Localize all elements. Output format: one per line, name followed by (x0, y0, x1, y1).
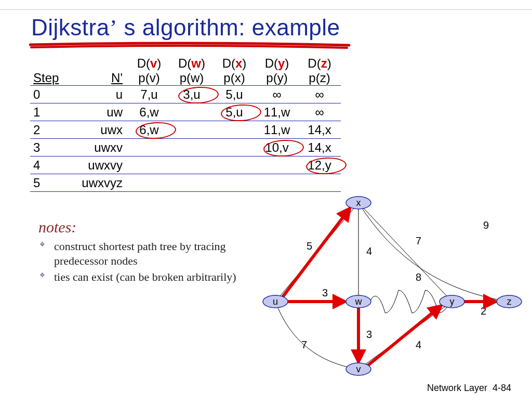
graph-edge (358, 203, 452, 302)
table-row: 2uwx6,w11,w14,x (30, 121, 341, 139)
edge-weight: 4 (416, 339, 421, 350)
cell: ∞ (298, 103, 341, 121)
col-np: N' (73, 71, 128, 86)
cell (128, 157, 170, 174)
graph-node-w: w (346, 295, 371, 308)
edge-weight: 5 (307, 240, 312, 252)
col-dx: D(x) (213, 56, 256, 71)
col-dw: D(w) (170, 56, 213, 71)
table-row: 3uwxv10,v14,x (30, 139, 341, 157)
title-word1: Dijkstra (31, 15, 110, 40)
cell: 10,v (256, 139, 298, 157)
title-apostrophe: ’ (110, 15, 117, 41)
cell: 14,x (298, 121, 341, 139)
svg-text:v: v (356, 364, 361, 374)
slide-title: Dijkstra’ s algorithm: example (31, 15, 340, 41)
cell (170, 121, 213, 139)
footer-page: 4-84 (493, 383, 511, 393)
cell: 11,w (256, 103, 298, 121)
graph-node-v: v (346, 363, 371, 375)
top-rule (0, 9, 532, 10)
graph-node-u: u (263, 295, 288, 308)
col-step: Step (30, 71, 73, 86)
cell: 7,u (128, 86, 170, 103)
cell-np: uwxvy (73, 157, 128, 174)
col-dy: D(y) (256, 56, 298, 71)
cell (213, 121, 256, 139)
notes-list: construct shortest path tree by tracing … (38, 239, 246, 284)
cell-np: uwxv (73, 139, 128, 157)
table-row: 4uwxvy12,y (30, 157, 341, 174)
cell-step: 5 (30, 174, 73, 192)
svg-text:u: u (273, 296, 278, 307)
cell-np: uw (73, 103, 128, 121)
cell (256, 157, 298, 174)
title-rest: s algorithm: example (124, 15, 340, 40)
edge-weight: 8 (416, 271, 421, 283)
cell: 3,u (170, 86, 213, 103)
cell-np: uwxvyz (73, 174, 128, 192)
cell: 5,u (213, 86, 256, 103)
edge-weight: 9 (483, 219, 489, 231)
graph-edge (275, 302, 358, 369)
slide-footer: Network Layer 4-84 (427, 383, 511, 394)
cell (213, 139, 256, 157)
network-graph: 5374798342uwxvyz (249, 182, 530, 395)
notes-heading: notes: (38, 218, 246, 236)
edge-weight: 3 (322, 287, 328, 298)
cell: 5,u (213, 103, 256, 121)
cell (170, 139, 213, 157)
col-py: p(y) (256, 71, 298, 86)
cell: 12,y (298, 157, 341, 174)
svg-text:z: z (507, 296, 512, 307)
cell: ∞ (298, 86, 341, 103)
cell-np: u (73, 86, 128, 103)
notes-block: notes: construct shortest path tree by t… (38, 218, 246, 286)
table-header-bottom: Step N' p(v) p(w) p(x) p(y) p(z) (30, 71, 341, 86)
cell-step: 1 (30, 103, 73, 121)
dijkstra-table: D(v) D(w) D(x) D(y) D(z) Step N' p(v) p(… (30, 56, 341, 192)
cell-np: uwx (73, 121, 128, 139)
svg-text:y: y (450, 296, 455, 307)
note-item: ties can exist (can be broken arbitraril… (38, 270, 246, 284)
graph-node-y: y (440, 295, 464, 308)
cell (213, 157, 256, 174)
cell-step: 0 (30, 86, 73, 103)
cell: ∞ (256, 86, 298, 103)
cell: 6,w (128, 121, 170, 139)
cell-step: 2 (30, 121, 73, 139)
cell: 6,w (128, 103, 170, 121)
shortest-path-arrow (368, 306, 441, 366)
col-px: p(x) (213, 71, 256, 86)
cell: 11,w (256, 121, 298, 139)
cell: 14,x (298, 139, 341, 157)
col-pw: p(w) (170, 71, 213, 86)
cell (170, 174, 213, 192)
graph-node-x: x (346, 197, 371, 209)
table-row: 1uw6,w5,u11,w∞ (30, 103, 341, 121)
footer-section: Network Layer (427, 383, 487, 393)
col-dv: D(v) (128, 56, 170, 71)
svg-text:w: w (355, 296, 363, 307)
table-header-top: D(v) D(w) D(x) D(y) D(z) (30, 56, 341, 71)
edge-weight: 7 (416, 235, 421, 246)
shortest-path-arrow (283, 208, 350, 297)
col-pz: p(z) (298, 71, 341, 86)
edge-weight: 7 (301, 339, 307, 350)
edge-weight: 3 (366, 329, 372, 340)
col-pv: p(v) (128, 71, 170, 86)
edge-weight: 4 (366, 245, 372, 257)
cell (128, 174, 170, 192)
title-underline (29, 41, 351, 50)
graph-node-z: z (497, 295, 522, 308)
cell-step: 4 (30, 157, 73, 174)
graph-edge (358, 203, 509, 302)
edge-weight: 2 (481, 305, 486, 317)
cell (170, 103, 213, 121)
cell-step: 3 (30, 139, 73, 157)
col-dz: D(z) (298, 56, 341, 71)
note-item: construct shortest path tree by tracing … (38, 239, 246, 268)
table-row: 0u7,u3,u5,u∞∞ (30, 86, 341, 103)
svg-text:x: x (356, 198, 361, 208)
cell (170, 157, 213, 174)
